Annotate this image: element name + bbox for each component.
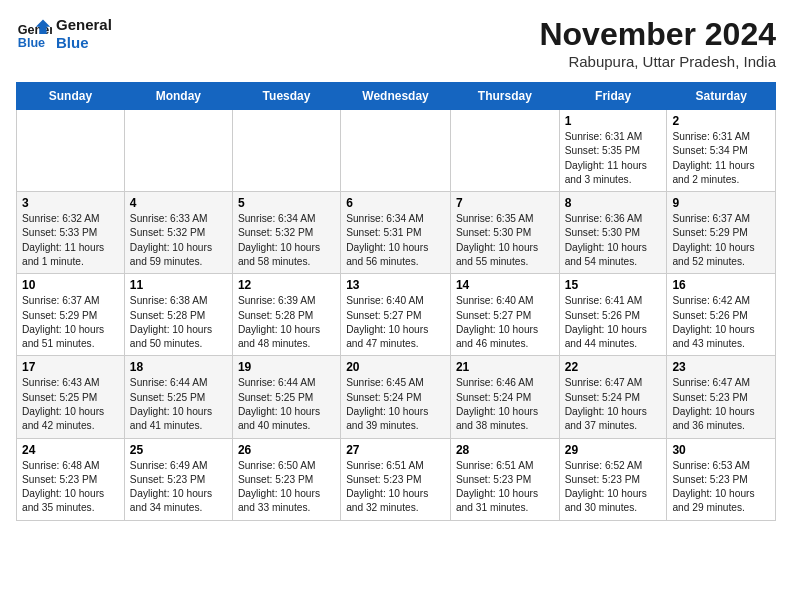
calendar-cell-w4-d0: 24Sunrise: 6:48 AM Sunset: 5:23 PM Dayli… <box>17 438 125 520</box>
day-number: 30 <box>672 443 770 457</box>
day-info: Sunrise: 6:53 AM Sunset: 5:23 PM Dayligh… <box>672 459 770 516</box>
day-number: 17 <box>22 360 119 374</box>
calendar-cell-w3-d6: 23Sunrise: 6:47 AM Sunset: 5:23 PM Dayli… <box>667 356 776 438</box>
calendar-cell-w2-d6: 16Sunrise: 6:42 AM Sunset: 5:26 PM Dayli… <box>667 274 776 356</box>
day-info: Sunrise: 6:31 AM Sunset: 5:34 PM Dayligh… <box>672 130 770 187</box>
day-number: 12 <box>238 278 335 292</box>
day-number: 25 <box>130 443 227 457</box>
day-info: Sunrise: 6:38 AM Sunset: 5:28 PM Dayligh… <box>130 294 227 351</box>
day-number: 22 <box>565 360 662 374</box>
calendar-cell-w2-d5: 15Sunrise: 6:41 AM Sunset: 5:26 PM Dayli… <box>559 274 667 356</box>
day-number: 23 <box>672 360 770 374</box>
calendar-cell-w2-d0: 10Sunrise: 6:37 AM Sunset: 5:29 PM Dayli… <box>17 274 125 356</box>
day-info: Sunrise: 6:52 AM Sunset: 5:23 PM Dayligh… <box>565 459 662 516</box>
day-number: 13 <box>346 278 445 292</box>
day-number: 20 <box>346 360 445 374</box>
calendar-cell-w2-d1: 11Sunrise: 6:38 AM Sunset: 5:28 PM Dayli… <box>124 274 232 356</box>
day-number: 9 <box>672 196 770 210</box>
weekday-header-sunday: Sunday <box>17 83 125 110</box>
calendar-cell-w1-d4: 7Sunrise: 6:35 AM Sunset: 5:30 PM Daylig… <box>450 192 559 274</box>
logo-icon: General Blue <box>16 16 52 52</box>
day-number: 8 <box>565 196 662 210</box>
day-number: 27 <box>346 443 445 457</box>
day-info: Sunrise: 6:36 AM Sunset: 5:30 PM Dayligh… <box>565 212 662 269</box>
day-number: 19 <box>238 360 335 374</box>
day-info: Sunrise: 6:33 AM Sunset: 5:32 PM Dayligh… <box>130 212 227 269</box>
month-title: November 2024 <box>539 16 776 53</box>
day-info: Sunrise: 6:41 AM Sunset: 5:26 PM Dayligh… <box>565 294 662 351</box>
day-info: Sunrise: 6:44 AM Sunset: 5:25 PM Dayligh… <box>238 376 335 433</box>
day-number: 14 <box>456 278 554 292</box>
weekday-header-thursday: Thursday <box>450 83 559 110</box>
day-info: Sunrise: 6:39 AM Sunset: 5:28 PM Dayligh… <box>238 294 335 351</box>
day-info: Sunrise: 6:51 AM Sunset: 5:23 PM Dayligh… <box>346 459 445 516</box>
day-number: 10 <box>22 278 119 292</box>
day-info: Sunrise: 6:47 AM Sunset: 5:23 PM Dayligh… <box>672 376 770 433</box>
day-number: 4 <box>130 196 227 210</box>
day-info: Sunrise: 6:37 AM Sunset: 5:29 PM Dayligh… <box>22 294 119 351</box>
calendar-cell-w0-d3 <box>341 110 451 192</box>
calendar-cell-w1-d3: 6Sunrise: 6:34 AM Sunset: 5:31 PM Daylig… <box>341 192 451 274</box>
calendar-cell-w4-d1: 25Sunrise: 6:49 AM Sunset: 5:23 PM Dayli… <box>124 438 232 520</box>
day-info: Sunrise: 6:47 AM Sunset: 5:24 PM Dayligh… <box>565 376 662 433</box>
calendar-table: SundayMondayTuesdayWednesdayThursdayFrid… <box>16 82 776 521</box>
calendar-cell-w1-d2: 5Sunrise: 6:34 AM Sunset: 5:32 PM Daylig… <box>232 192 340 274</box>
calendar-cell-w1-d6: 9Sunrise: 6:37 AM Sunset: 5:29 PM Daylig… <box>667 192 776 274</box>
calendar-cell-w3-d2: 19Sunrise: 6:44 AM Sunset: 5:25 PM Dayli… <box>232 356 340 438</box>
day-number: 5 <box>238 196 335 210</box>
calendar-cell-w0-d5: 1Sunrise: 6:31 AM Sunset: 5:35 PM Daylig… <box>559 110 667 192</box>
calendar-cell-w4-d2: 26Sunrise: 6:50 AM Sunset: 5:23 PM Dayli… <box>232 438 340 520</box>
day-number: 26 <box>238 443 335 457</box>
weekday-header-wednesday: Wednesday <box>341 83 451 110</box>
day-info: Sunrise: 6:40 AM Sunset: 5:27 PM Dayligh… <box>456 294 554 351</box>
calendar-cell-w1-d5: 8Sunrise: 6:36 AM Sunset: 5:30 PM Daylig… <box>559 192 667 274</box>
calendar-cell-w1-d0: 3Sunrise: 6:32 AM Sunset: 5:33 PM Daylig… <box>17 192 125 274</box>
day-number: 24 <box>22 443 119 457</box>
header: General Blue General Blue November 2024 … <box>16 16 776 70</box>
title-area: November 2024 Rabupura, Uttar Pradesh, I… <box>539 16 776 70</box>
day-number: 3 <box>22 196 119 210</box>
day-info: Sunrise: 6:51 AM Sunset: 5:23 PM Dayligh… <box>456 459 554 516</box>
day-number: 18 <box>130 360 227 374</box>
calendar-cell-w1-d1: 4Sunrise: 6:33 AM Sunset: 5:32 PM Daylig… <box>124 192 232 274</box>
weekday-header-friday: Friday <box>559 83 667 110</box>
calendar-cell-w2-d4: 14Sunrise: 6:40 AM Sunset: 5:27 PM Dayli… <box>450 274 559 356</box>
day-info: Sunrise: 6:43 AM Sunset: 5:25 PM Dayligh… <box>22 376 119 433</box>
day-number: 6 <box>346 196 445 210</box>
calendar-cell-w2-d3: 13Sunrise: 6:40 AM Sunset: 5:27 PM Dayli… <box>341 274 451 356</box>
day-info: Sunrise: 6:50 AM Sunset: 5:23 PM Dayligh… <box>238 459 335 516</box>
day-info: Sunrise: 6:45 AM Sunset: 5:24 PM Dayligh… <box>346 376 445 433</box>
day-number: 2 <box>672 114 770 128</box>
calendar-cell-w2-d2: 12Sunrise: 6:39 AM Sunset: 5:28 PM Dayli… <box>232 274 340 356</box>
calendar-cell-w3-d5: 22Sunrise: 6:47 AM Sunset: 5:24 PM Dayli… <box>559 356 667 438</box>
calendar-cell-w3-d3: 20Sunrise: 6:45 AM Sunset: 5:24 PM Dayli… <box>341 356 451 438</box>
day-info: Sunrise: 6:35 AM Sunset: 5:30 PM Dayligh… <box>456 212 554 269</box>
day-info: Sunrise: 6:40 AM Sunset: 5:27 PM Dayligh… <box>346 294 445 351</box>
calendar-cell-w0-d1 <box>124 110 232 192</box>
svg-text:Blue: Blue <box>18 36 45 50</box>
logo: General Blue General Blue <box>16 16 112 52</box>
day-info: Sunrise: 6:49 AM Sunset: 5:23 PM Dayligh… <box>130 459 227 516</box>
day-number: 29 <box>565 443 662 457</box>
day-number: 1 <box>565 114 662 128</box>
day-number: 21 <box>456 360 554 374</box>
calendar-cell-w3-d1: 18Sunrise: 6:44 AM Sunset: 5:25 PM Dayli… <box>124 356 232 438</box>
calendar-cell-w0-d6: 2Sunrise: 6:31 AM Sunset: 5:34 PM Daylig… <box>667 110 776 192</box>
logo-general: General <box>56 16 112 34</box>
calendar-cell-w4-d3: 27Sunrise: 6:51 AM Sunset: 5:23 PM Dayli… <box>341 438 451 520</box>
calendar-cell-w0-d0 <box>17 110 125 192</box>
location-subtitle: Rabupura, Uttar Pradesh, India <box>539 53 776 70</box>
logo-blue: Blue <box>56 34 112 52</box>
day-info: Sunrise: 6:31 AM Sunset: 5:35 PM Dayligh… <box>565 130 662 187</box>
calendar-cell-w3-d0: 17Sunrise: 6:43 AM Sunset: 5:25 PM Dayli… <box>17 356 125 438</box>
calendar-cell-w4-d6: 30Sunrise: 6:53 AM Sunset: 5:23 PM Dayli… <box>667 438 776 520</box>
day-info: Sunrise: 6:48 AM Sunset: 5:23 PM Dayligh… <box>22 459 119 516</box>
day-number: 28 <box>456 443 554 457</box>
calendar-cell-w0-d4 <box>450 110 559 192</box>
day-number: 16 <box>672 278 770 292</box>
calendar-cell-w3-d4: 21Sunrise: 6:46 AM Sunset: 5:24 PM Dayli… <box>450 356 559 438</box>
day-info: Sunrise: 6:34 AM Sunset: 5:31 PM Dayligh… <box>346 212 445 269</box>
calendar-cell-w4-d4: 28Sunrise: 6:51 AM Sunset: 5:23 PM Dayli… <box>450 438 559 520</box>
day-number: 11 <box>130 278 227 292</box>
calendar-cell-w4-d5: 29Sunrise: 6:52 AM Sunset: 5:23 PM Dayli… <box>559 438 667 520</box>
